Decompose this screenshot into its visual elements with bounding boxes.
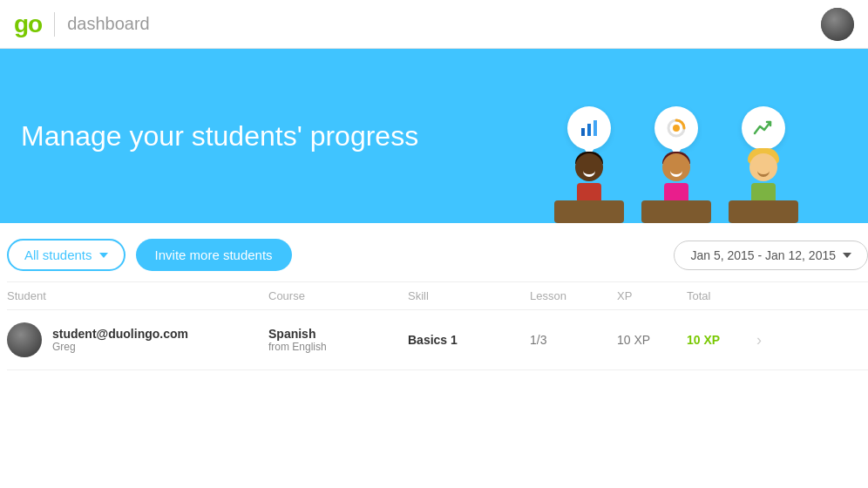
col-header-skill: Skill: [408, 289, 530, 302]
student-email: student@duolingo.com: [52, 327, 188, 341]
student-head-2: [662, 153, 690, 181]
logo-text: go: [14, 10, 42, 38]
student-cell: student@duolingo.com Greg: [7, 322, 268, 357]
col-header-course: Course: [268, 289, 408, 302]
student-body-1: [554, 153, 624, 223]
controls-row: All students Invite more students Jan 5,…: [7, 223, 868, 282]
student-smile-3: [757, 171, 770, 177]
date-range-label: Jan 5, 2015 - Jan 12, 2015: [690, 248, 836, 262]
logo[interactable]: go: [14, 10, 42, 38]
student-shirt-2: [664, 183, 688, 200]
row-action[interactable]: ›: [756, 331, 791, 349]
avatar-image: [821, 8, 854, 41]
date-range-chevron-icon: [843, 253, 851, 258]
skill-cell: Basics 1: [408, 333, 530, 347]
table-header: Student Course Skill Lesson XP Total: [7, 282, 868, 310]
course-cell: Spanish from English: [268, 327, 408, 353]
student-figure-3: [729, 106, 798, 223]
chevron-down-icon: [99, 253, 108, 258]
total-cell: 10 XP: [687, 333, 756, 347]
student-face-1: [575, 153, 603, 181]
student-face-3: [749, 153, 777, 181]
bar-chart-icon: [579, 118, 600, 139]
svg-rect-1: [587, 124, 591, 136]
col-header-lesson: Lesson: [530, 289, 617, 302]
student-body-3: [729, 153, 798, 223]
student-username: Greg: [52, 341, 188, 353]
invite-students-button[interactable]: Invite more students: [136, 239, 292, 271]
speech-bubble-1: [567, 106, 611, 150]
student-smile-1: [583, 171, 595, 177]
col-header-total: Total: [687, 289, 756, 302]
table-row: student@duolingo.com Greg Spanish from E…: [7, 310, 868, 370]
col-header-extra: [756, 289, 791, 302]
student-shirt-1: [577, 183, 601, 200]
hero-banner: Manage your students' progress: [0, 49, 868, 223]
svg-rect-0: [581, 128, 585, 136]
progress-circle-icon: [666, 118, 687, 139]
students-dropdown-button[interactable]: All students: [7, 239, 125, 271]
header-divider: [54, 12, 55, 37]
svg-rect-2: [593, 120, 597, 136]
col-header-xp: XP: [617, 289, 687, 302]
student-smile-2: [670, 171, 682, 177]
students-dropdown-label: All students: [24, 247, 92, 262]
student-head-1: [575, 153, 603, 181]
hero-illustration: [554, 106, 798, 223]
course-name: Spanish: [268, 327, 408, 341]
hero-tagline: Manage your students' progress: [0, 119, 418, 152]
main-content: All students Invite more students Jan 5,…: [0, 223, 868, 370]
lesson-cell: 1/3: [530, 333, 617, 347]
student-desk-1: [554, 200, 624, 223]
student-figure-1: [554, 106, 624, 223]
course-sub: from English: [268, 341, 408, 353]
speech-bubble-3: [742, 106, 785, 150]
xp-cell: 10 XP: [617, 333, 687, 347]
avatar[interactable]: [821, 8, 854, 41]
speech-bubble-2: [654, 106, 698, 150]
student-figure-2: [641, 106, 711, 223]
invite-button-label: Invite more students: [155, 247, 273, 262]
trending-icon: [753, 118, 774, 139]
student-desk-3: [729, 200, 798, 223]
student-body-2: [641, 153, 711, 223]
col-header-student: Student: [7, 289, 268, 302]
student-row-avatar: [7, 322, 42, 357]
student-desk-2: [641, 200, 711, 223]
student-face-2: [662, 153, 690, 181]
student-info: student@duolingo.com Greg: [52, 327, 188, 353]
student-head-3: [749, 153, 777, 181]
date-range-button[interactable]: Jan 5, 2015 - Jan 12, 2015: [674, 241, 868, 270]
student-shirt-3: [751, 183, 776, 200]
page-title: dashboard: [67, 14, 150, 34]
app-header: go dashboard: [0, 0, 868, 49]
svg-point-4: [673, 125, 680, 132]
